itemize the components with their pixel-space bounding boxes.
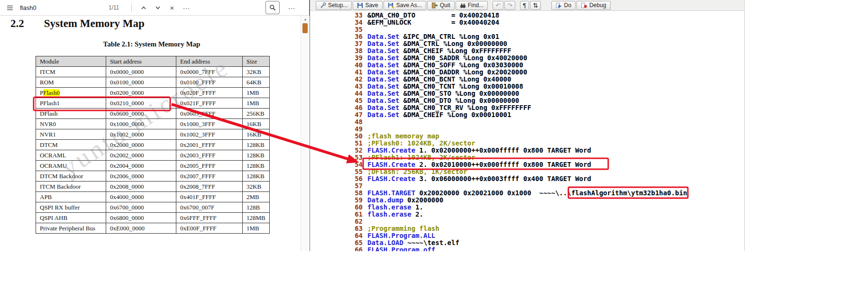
find-input[interactable] (19, 4, 109, 12)
find-button[interactable]: Find... (456, 1, 488, 10)
indent-button[interactable]: ⇅ (530, 1, 541, 10)
chevron-up-icon (141, 6, 146, 10)
table-row: NVR00x1000_00000x1000_3FFF16KB (36, 119, 270, 129)
formatting-marks-button[interactable]: ¶ (520, 1, 529, 10)
code-line[interactable]: 57 (346, 182, 744, 190)
findbar-right-group: ··· (265, 1, 299, 14)
code-line[interactable]: 62 (346, 218, 744, 225)
code-line[interactable]: 46Data.Set &DMA_CH0_TCR_RV %Long 0xFFFFF… (346, 104, 744, 111)
code-listing[interactable]: 33&DMA_CH0_DTO = 0x4002041834&EFM_UNLOCK… (310, 10, 744, 251)
table-row: ITCM Backdoor0x2008_00000x2008_7FFF32KB (36, 182, 270, 192)
code-line[interactable]: 38Data.Set &DMA_CHEIF %Long 0xFFFFFFFF (346, 47, 744, 55)
memory-map-table: Module Start address End address Size IT… (36, 56, 270, 234)
pilcrow-icon: ¶ (523, 2, 526, 9)
code-line[interactable]: 44Data.Set &DMA_CH0_STO %Long 0x00000000 (346, 90, 744, 97)
close-find-button[interactable]: × (165, 1, 179, 14)
line-number: 47 (346, 111, 363, 118)
ellipsis-icon: ··· (288, 4, 295, 12)
code-line[interactable]: 66FLASH.Program.off (346, 246, 744, 251)
code-line[interactable]: 61flash.erase 2. (346, 211, 744, 218)
code-line[interactable]: 40Data.Set &DMA_CH0_SOFF %Long 0x0303000… (346, 62, 744, 69)
line-number: 39 (346, 55, 363, 62)
column-header: Module (36, 56, 106, 67)
find-match-count: 1/11 (109, 4, 127, 11)
chevron-down-icon (155, 6, 161, 10)
next-match-button[interactable] (151, 1, 165, 14)
code-line[interactable]: 50;flash memoray map (346, 133, 744, 140)
line-number: 65 (346, 239, 363, 246)
code-line[interactable]: 35 (346, 26, 744, 33)
line-number: 33 (346, 12, 363, 19)
scrollbar-thumb[interactable] (302, 23, 308, 33)
undo-icon: ↶ (495, 2, 501, 9)
code-line[interactable]: 54FLASH.Create 2. 0x02010000++0x000fffff… (346, 161, 744, 168)
line-number: 49 (346, 126, 363, 133)
redo-button[interactable]: ↷ (504, 1, 515, 10)
line-number: 50 (346, 133, 363, 140)
debug-button[interactable]: Debug (576, 1, 610, 10)
code-line[interactable]: 64FLASH.Program.ALL (346, 232, 744, 239)
code-line[interactable]: 60flash.erase 1. (346, 204, 744, 211)
code-line[interactable]: 65Data.LOAD ~~~~\test.elf (346, 239, 744, 246)
line-number: 37 (346, 40, 363, 47)
line-number: 62 (346, 218, 363, 225)
line-number: 66 (346, 246, 363, 251)
pdf-scrollbar[interactable]: ▲ (301, 16, 310, 251)
code-line[interactable]: 55;DFlash: 256KB, 1K/sector (346, 168, 744, 175)
code-line[interactable]: 45Data.Set &DMA_CH0_DTO %Long 0x00000000 (346, 97, 744, 104)
code-line[interactable]: 56FLASH.Create 3. 0x06000000++0x0003ffff… (346, 175, 744, 182)
ellipsis-icon: ··· (183, 4, 190, 12)
line-number: 61 (346, 211, 363, 218)
debugger-pane: Setup... Save Save As... Quit Find... ↶ (310, 0, 745, 251)
line-number: 45 (346, 97, 363, 104)
section-number: 2.2 (10, 18, 24, 29)
code-line[interactable]: 33&DMA_CH0_DTO = 0x40020418 (346, 12, 744, 19)
more-options-button[interactable]: ··· (284, 1, 299, 14)
quit-button[interactable]: Quit (427, 1, 455, 10)
table-row: NVR10x1002_00000x1002_3FFF16KB (36, 129, 270, 140)
memory-table-body: ITCM0x0000_00000x0000_7FFF32KBROM0x0100_… (36, 67, 270, 234)
find-options-button[interactable]: ··· (179, 1, 193, 14)
code-line[interactable]: 52FLASH.Create 1. 0x02000000++0x000fffff… (346, 147, 744, 154)
setup-button[interactable]: Setup... (316, 1, 352, 10)
table-row: PFlash10x0210_00000x021F_FFFF1MB (36, 98, 270, 109)
code-line[interactable]: 43Data.Set &DMA_CH0_TCNT %Long 0x0001000… (346, 83, 744, 90)
line-number: 43 (346, 83, 363, 90)
code-line[interactable]: 53;PFlash1: 1024KB, 2K/sector (346, 154, 744, 161)
scroll-up-icon[interactable]: ▲ (301, 16, 310, 21)
search-button[interactable] (265, 1, 280, 14)
code-line[interactable]: 42Data.Set &DMA_CH0_BCNT %Long 0x40000 (346, 76, 744, 83)
line-number: 36 (346, 33, 363, 40)
line-number: 46 (346, 104, 363, 111)
previous-match-button[interactable] (137, 1, 151, 14)
line-number: 44 (346, 90, 363, 97)
code-line[interactable]: 34&EFM_UNLOCK = 0x40040204 (346, 19, 744, 26)
code-line[interactable]: 36Data.Set &IPC_DMA_CTRL %Long 0x01 (346, 33, 744, 40)
setup-icon (320, 2, 326, 9)
save-as-button[interactable]: Save As... (384, 1, 426, 10)
code-line[interactable]: 49 (346, 126, 744, 133)
code-line[interactable]: 58FLASH.TARGET 0x20020000 0x20021000 0x1… (346, 190, 744, 197)
line-number: 52 (346, 147, 363, 154)
table-row: ROM0x0100_00000x0100_FFFF64KB (36, 77, 270, 88)
code-line[interactable]: 59Data.dump 0x2000000 (346, 197, 744, 204)
menu-icon[interactable] (7, 5, 13, 11)
code-line[interactable]: 41Data.Set &DMA_CH0_DADDR %Long 0x200200… (346, 69, 744, 76)
do-button[interactable]: Do (551, 1, 576, 10)
code-line[interactable]: 48 (346, 118, 744, 126)
code-line[interactable]: 37Data.Set &DMA_CTRL %Long 0x00000000 (346, 40, 744, 47)
table-row: ITCM0x0000_00000x0000_7FFF32KB (36, 67, 270, 77)
quit-icon (431, 2, 438, 9)
table-row: DFlash0x0600_00000x0603_FFFF256KB (36, 109, 270, 119)
line-number: 57 (346, 182, 363, 190)
table-row: QSPI AHB0x6800_00000x6FFF_FFFF128MB (36, 213, 270, 223)
undo-button[interactable]: ↶ (493, 1, 503, 10)
search-icon (269, 4, 276, 11)
code-line[interactable]: 47Data.Set &DMA_CHEIF %Long 0x00010001 (346, 111, 744, 118)
line-number: 59 (346, 197, 363, 204)
code-line[interactable]: 51;PFlash0: 1024KB, 2K/sector (346, 140, 744, 147)
save-button[interactable]: Save (353, 1, 382, 10)
code-line[interactable]: 39Data.Set &DMA_CH0_SADDR %Long 0x400200… (346, 55, 744, 62)
line-number: 56 (346, 175, 363, 182)
code-line[interactable]: 63;Programming flash (346, 225, 744, 232)
